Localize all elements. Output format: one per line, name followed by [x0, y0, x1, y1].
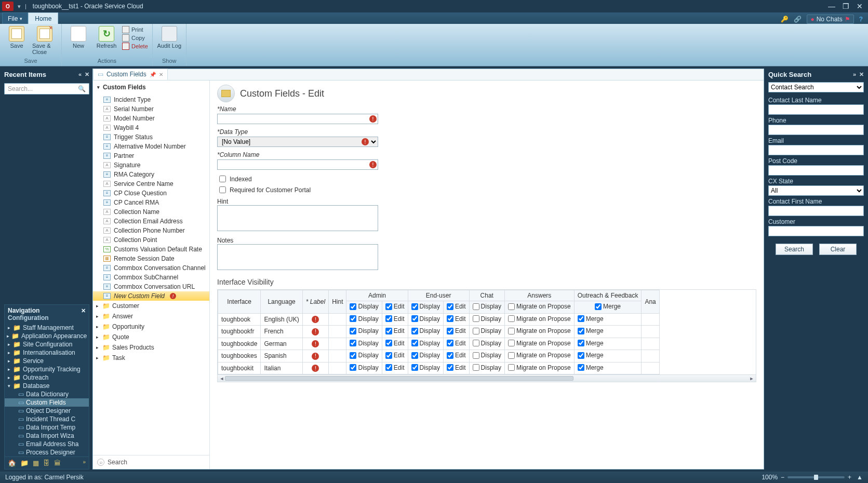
field-item[interactable]: AWaybill 4 — [93, 123, 209, 132]
edit-checkbox[interactable] — [385, 340, 392, 346]
tab-close-icon[interactable]: ✕ — [159, 72, 163, 77]
save-close-button[interactable]: Save & Close — [32, 25, 57, 55]
field-item[interactable]: ≡CP Close Question — [93, 189, 209, 198]
field-item[interactable]: ASerial Number — [93, 104, 209, 114]
zoom-slider[interactable] — [787, 476, 845, 478]
category-node[interactable]: ▸📁Customer — [93, 301, 209, 311]
nav-child[interactable]: ▭Object Designer — [5, 407, 89, 415]
explorer-search[interactable]: ⌕Search — [93, 455, 209, 469]
field-item[interactable]: ≡Commbox Conversation URL — [93, 282, 209, 291]
nav-child[interactable]: ▭Data Import Temp — [5, 423, 89, 432]
edit-checkbox[interactable] — [447, 315, 453, 322]
delete-button[interactable]: Delete — [122, 43, 148, 50]
more-icon[interactable]: 🏛 — [54, 459, 61, 467]
edit-checkbox[interactable] — [447, 352, 453, 359]
display-checkbox[interactable] — [411, 352, 418, 359]
display-checkbox[interactable] — [473, 340, 479, 346]
field-item[interactable]: AModel Number — [93, 114, 209, 123]
nav-child[interactable]: ▭Data Dictionary — [5, 390, 89, 398]
new-button[interactable]: New — [66, 25, 91, 49]
audit-log-button[interactable]: Audit Log — [157, 25, 182, 49]
data-type-select[interactable]: [No Value] — [217, 137, 378, 147]
field-item[interactable]: ≡Trigger Status — [93, 132, 209, 142]
nav-node[interactable]: ▸📁Opportunity Tracking — [5, 365, 89, 373]
zoom-menu-icon[interactable]: ▲ — [857, 474, 863, 481]
display-checkbox[interactable] — [411, 328, 418, 334]
nav-child[interactable]: ▭Data Import Wiza — [5, 432, 89, 440]
merge-checkbox[interactable] — [578, 352, 584, 359]
display-checkbox[interactable] — [350, 340, 356, 346]
nav-child[interactable]: ▭Custom Fields — [5, 398, 89, 407]
nav-child[interactable]: ▭Incident Thread C — [5, 415, 89, 423]
nav-node[interactable]: ▸📁Internationalisation — [5, 348, 89, 357]
field-item[interactable]: ≡CP Cancel RMA — [93, 198, 209, 207]
edit-checkbox[interactable] — [447, 328, 453, 334]
display-checkbox[interactable] — [350, 352, 356, 359]
field-item[interactable]: ≡Partner — [93, 151, 209, 160]
migrate-on-propose-checkbox[interactable] — [508, 303, 515, 310]
field-item[interactable]: ≡Incident Type — [93, 95, 209, 104]
field-item[interactable]: ACollection Point — [93, 235, 209, 245]
display-checkbox[interactable] — [350, 364, 356, 371]
close-pane-icon[interactable]: ✕ — [85, 71, 89, 78]
merge-checkbox[interactable] — [578, 340, 584, 346]
merge-checkbox[interactable] — [578, 315, 584, 322]
zoom-in-icon[interactable]: + — [848, 474, 851, 481]
indexed-checkbox[interactable] — [219, 176, 226, 182]
quick-search-clear-button[interactable]: Clear — [819, 244, 857, 255]
field-item[interactable]: ▦Remote Session Date — [93, 254, 209, 263]
qs-last-input[interactable] — [768, 104, 864, 115]
close-pane-icon[interactable]: ✕ — [859, 71, 864, 78]
display-checkbox[interactable] — [473, 303, 479, 310]
home-icon[interactable]: 🏠 — [8, 459, 16, 467]
display-checkbox[interactable] — [473, 315, 479, 322]
key-icon[interactable]: 🔑 — [781, 16, 789, 23]
edit-checkbox[interactable] — [447, 340, 453, 346]
nav-child[interactable]: ▭Process Designer — [5, 448, 89, 457]
field-item[interactable]: %Customs Valuation Default Rate — [93, 245, 209, 254]
qs-post-input[interactable] — [768, 165, 864, 176]
nav-node[interactable]: ▾📁Database — [5, 382, 89, 390]
merge-checkbox[interactable] — [595, 303, 602, 310]
minimize-icon[interactable]: — — [828, 2, 835, 10]
restore-icon[interactable]: ❐ — [843, 2, 849, 10]
edit-checkbox[interactable] — [385, 352, 392, 359]
display-checkbox[interactable] — [350, 315, 356, 322]
recent-search-input[interactable]: Search... 🔍 — [4, 83, 89, 95]
migrate-on-propose-checkbox[interactable] — [508, 364, 515, 371]
field-item[interactable]: ACollection Phone Number — [93, 226, 209, 235]
close-nav-icon[interactable]: ✕ — [81, 307, 86, 314]
qs-email-input[interactable] — [768, 145, 864, 155]
category-node[interactable]: ▸📁Task — [93, 353, 209, 363]
edit-checkbox[interactable] — [447, 364, 453, 371]
copy-button[interactable]: Copy — [122, 34, 148, 42]
migrate-on-propose-checkbox[interactable] — [508, 340, 515, 346]
collapse-icon[interactable]: « — [78, 71, 82, 77]
nav-node[interactable]: ▸📁Service — [5, 357, 89, 365]
hint-textarea[interactable] — [217, 205, 378, 231]
migrate-on-propose-checkbox[interactable] — [508, 315, 515, 322]
qs-first-input[interactable] — [768, 206, 864, 216]
nav-node[interactable]: ▸📁Application Appearance — [5, 332, 89, 340]
migrate-on-propose-checkbox[interactable] — [508, 352, 515, 359]
display-checkbox[interactable] — [473, 364, 479, 371]
field-item[interactable]: ASignature — [93, 160, 209, 170]
quick-search-type-select[interactable]: Contact Search — [768, 82, 864, 92]
field-item[interactable]: ≡Commbox SubChannel — [93, 273, 209, 282]
nav-node[interactable]: ▸📁Outreach — [5, 373, 89, 382]
display-checkbox[interactable] — [350, 303, 356, 310]
tab-custom-fields[interactable]: ▭ Custom Fields 📌 ✕ — [93, 69, 168, 80]
notes-textarea[interactable] — [217, 244, 378, 270]
folder-icon[interactable]: 📁 — [20, 459, 29, 467]
close-icon[interactable]: ✕ — [857, 2, 863, 10]
expand-icon[interactable]: » — [853, 71, 856, 77]
grid-icon[interactable]: ▦ — [33, 459, 39, 467]
new-custom-field[interactable]: ≡New Custom Field! — [93, 291, 209, 301]
nav-child[interactable]: ▭Email Address Sha — [5, 440, 89, 448]
column-name-input[interactable] — [217, 159, 378, 170]
field-item[interactable]: ACollection Name — [93, 207, 209, 217]
edit-checkbox[interactable] — [447, 303, 453, 310]
required-cp-checkbox[interactable] — [219, 186, 226, 193]
migrate-on-propose-checkbox[interactable] — [508, 328, 515, 334]
display-checkbox[interactable] — [411, 340, 418, 346]
